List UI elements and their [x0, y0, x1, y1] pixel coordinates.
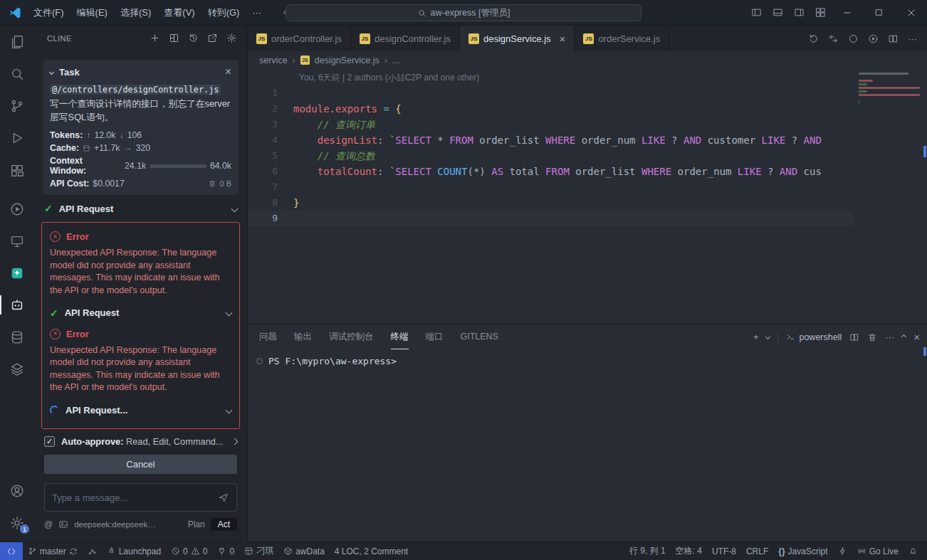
- api-request-row-1[interactable]: ✓ API Request: [34, 195, 247, 222]
- indentation[interactable]: 空格: 4: [671, 542, 707, 560]
- toggle-secondary-sidebar-icon[interactable]: [788, 0, 810, 25]
- timeline-icon[interactable]: [808, 33, 819, 44]
- remote-indicator[interactable]: [0, 542, 23, 560]
- split-editor-icon[interactable]: [888, 33, 899, 44]
- customize-layout-icon[interactable]: [810, 0, 831, 25]
- breadcrumb-folder[interactable]: service: [259, 56, 288, 65]
- loc-stats[interactable]: 4 LOC, 2 Comment: [330, 542, 413, 560]
- chevron-down-icon[interactable]: [231, 205, 239, 212]
- terminal-instance[interactable]: powershell: [786, 332, 842, 342]
- plan-toggle[interactable]: Plan: [188, 519, 205, 529]
- code-line[interactable]: 7: [248, 179, 853, 195]
- model-selector[interactable]: deepseek:deepseek-chat: [74, 520, 158, 529]
- attach-image-icon[interactable]: [58, 519, 68, 529]
- cancel-button[interactable]: Cancel: [44, 455, 237, 474]
- problems[interactable]: 0 0: [166, 542, 212, 560]
- panel-tab-output[interactable]: 输出: [294, 324, 312, 349]
- code-line[interactable]: 9: [248, 211, 853, 226]
- auto-approve-checkbox[interactable]: ✓: [44, 436, 55, 447]
- menu-edit[interactable]: 编辑(E): [70, 4, 114, 22]
- menu-file[interactable]: 文件(F): [27, 4, 70, 22]
- menu-selection[interactable]: 选择(S): [114, 4, 157, 22]
- database-icon[interactable]: [0, 321, 34, 353]
- language-mode[interactable]: {} JavaScript: [773, 542, 832, 560]
- open-in-editor-icon[interactable]: [207, 33, 218, 43]
- git-branch[interactable]: master: [23, 542, 83, 560]
- code-line[interactable]: 6 totalCount: `SELECT COUNT(*) AS total …: [248, 164, 853, 179]
- ports-forwarded[interactable]: 0: [212, 542, 239, 560]
- more-actions-icon[interactable]: ···: [908, 33, 917, 44]
- minimize-window-icon[interactable]: [831, 0, 863, 25]
- code-line[interactable]: 1: [248, 85, 853, 101]
- split-terminal-icon[interactable]: [849, 332, 859, 342]
- close-window-icon[interactable]: [895, 0, 927, 25]
- menu-more-icon[interactable]: ···: [246, 4, 268, 21]
- settings-gear-icon[interactable]: 1: [0, 507, 34, 539]
- terminal[interactable]: PS F:\mypro\aw-express>: [248, 349, 927, 541]
- code-line[interactable]: 8}: [248, 195, 853, 211]
- panel-tab-gitlens[interactable]: GITLENS: [461, 324, 499, 349]
- new-task-icon[interactable]: [150, 33, 160, 43]
- remote-explorer-icon[interactable]: [0, 225, 34, 257]
- panel-more-icon[interactable]: ···: [885, 332, 894, 342]
- gitlens-launchpad[interactable]: Launchpad: [102, 542, 166, 560]
- compare-icon[interactable]: [848, 33, 859, 44]
- code-runner-icon[interactable]: [0, 193, 34, 225]
- chevron-down-icon[interactable]: [226, 310, 233, 317]
- history-icon[interactable]: [188, 33, 199, 43]
- panel-tab-terminal[interactable]: 终端: [391, 324, 409, 349]
- panel-tab-debug-console[interactable]: 调试控制台: [329, 324, 374, 349]
- menu-view[interactable]: 查看(V): [157, 4, 201, 22]
- encoding[interactable]: UTF-8: [707, 542, 741, 560]
- mention-at-icon[interactable]: @: [44, 519, 53, 529]
- maximize-window-icon[interactable]: [863, 0, 895, 25]
- run-debug-icon[interactable]: [0, 122, 34, 154]
- menu-goto[interactable]: 转到(G): [201, 4, 246, 22]
- code-editor[interactable]: You, 6天前 | 2 authors (小喆C2P and one othe…: [248, 69, 927, 324]
- chevron-down-icon[interactable]: [226, 406, 233, 413]
- send-icon[interactable]: [218, 492, 229, 503]
- formatter-zap-icon[interactable]: [833, 542, 852, 560]
- editor-tab-designService.js[interactable]: JSdesignService.js×: [460, 26, 575, 51]
- act-toggle[interactable]: Act: [211, 518, 237, 531]
- file-mention[interactable]: @/controllers/designController.js: [50, 85, 221, 95]
- code-line[interactable]: 5 // 查询总数: [248, 148, 853, 164]
- command-center-search[interactable]: aw-express [管理员]: [286, 4, 641, 21]
- layers-icon[interactable]: [0, 353, 34, 385]
- source-control-icon[interactable]: [0, 90, 34, 122]
- close-tab-icon[interactable]: ×: [560, 33, 566, 44]
- settings-icon[interactable]: [226, 33, 237, 43]
- accounts-icon[interactable]: [0, 475, 34, 507]
- api-request-active-row[interactable]: API Request...: [50, 397, 231, 423]
- auto-approve-row[interactable]: ✓ Auto-approve: Read, Edit, Command...: [44, 436, 237, 447]
- db-connection[interactable]: awData: [278, 542, 330, 560]
- terminal-dropdown-icon[interactable]: [765, 334, 770, 339]
- new-terminal-icon[interactable]: +: [753, 332, 759, 342]
- editor-tab-orderController.js[interactable]: JSorderController.js: [248, 26, 351, 51]
- search-sidebar-icon[interactable]: [0, 58, 34, 90]
- cline-icon[interactable]: [0, 289, 34, 321]
- explorer-icon[interactable]: [0, 26, 34, 58]
- close-task-icon[interactable]: ×: [225, 66, 231, 78]
- delete-task-trash-icon[interactable]: [208, 179, 216, 188]
- toggle-sidebar-icon[interactable]: [745, 0, 767, 25]
- go-live[interactable]: Go Live: [852, 542, 904, 560]
- panel-tab-ports[interactable]: 端口: [426, 324, 444, 349]
- api-request-row-2[interactable]: ✓ API Request: [50, 300, 231, 326]
- commit-graph-icon[interactable]: [83, 542, 102, 560]
- extensions-icon[interactable]: [0, 154, 34, 186]
- open-changes-icon[interactable]: [828, 33, 839, 44]
- breadcrumb-file[interactable]: designService.js: [315, 56, 379, 65]
- toggle-panel-icon[interactable]: [767, 0, 788, 25]
- chevron-right-icon[interactable]: [231, 438, 239, 445]
- maximize-panel-icon[interactable]: [901, 334, 906, 339]
- code-line[interactable]: 4 designList: `SELECT * FROM order_list …: [248, 132, 853, 148]
- mcp-servers-icon[interactable]: [169, 33, 179, 43]
- breadcrumb-more[interactable]: ...: [392, 56, 399, 65]
- editor-tab-designController.js[interactable]: JSdesignController.js: [351, 26, 460, 51]
- close-panel-icon[interactable]: ×: [913, 331, 920, 343]
- kill-terminal-trash-icon[interactable]: [867, 332, 877, 342]
- eol-sequence[interactable]: CRLF: [741, 542, 773, 560]
- code-line[interactable]: 2module.exports = {: [248, 101, 853, 117]
- editor-tab-orderService.js[interactable]: JSorderService.js: [575, 26, 669, 51]
